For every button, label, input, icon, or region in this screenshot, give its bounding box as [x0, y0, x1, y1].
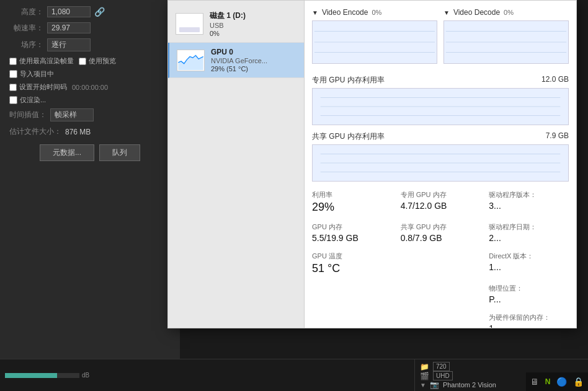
render-only-checkbox[interactable] — [9, 96, 17, 104]
popup-sidebar: 磁盘 1 (D:) USB 0% GPU 0 NVIDIA GeForce...… — [168, 1, 305, 328]
checkbox-preview-label: 使用预览 — [89, 56, 116, 66]
stat-physical-loc: 物理位置： P... — [489, 284, 569, 304]
checkbox-timecode[interactable]: 设置开始时间码 00:00:00:00 — [9, 82, 108, 92]
fps-value: 29.97 — [47, 22, 91, 33]
stat-gpu-temp: GPU 温度 51 °C — [312, 252, 392, 275]
stat-directx: DirectX 版本： 1... — [489, 252, 569, 275]
audio-fill — [5, 373, 57, 378]
stat-ddate-label: 驱动程序日期： — [489, 222, 569, 232]
stat-ddate-value: 2... — [489, 233, 569, 243]
disk-usage: 0% — [210, 30, 246, 37]
sidebar-item-disk[interactable]: 磁盘 1 (D:) USB 0% — [168, 6, 304, 43]
video-encode-label: Video Encode — [322, 8, 368, 17]
shared-mem-section: 共享 GPU 内存利用率 7.9 GB — [312, 131, 569, 182]
stat-empty3 — [401, 284, 481, 304]
stat-empty4 — [312, 313, 392, 328]
disk-sub: USB — [210, 22, 246, 29]
stat-shared-mem: 共享 GPU 内存 0.8/7.9 GB — [401, 222, 481, 243]
import-row[interactable]: 导入项目中 — [9, 69, 171, 79]
checkbox-max-render[interactable]: 使用最高渲染帧量 — [9, 56, 74, 66]
video-decode-label: Video Decode — [453, 8, 500, 17]
stat-temp-label: GPU 温度 — [312, 252, 392, 261]
stat-dx-value: 1... — [489, 262, 569, 272]
dedicated-mem-label: 专用 GPU 内存利用率 — [312, 75, 385, 86]
shared-mem-label: 共享 GPU 内存利用率 — [312, 131, 385, 142]
import-checkbox[interactable] — [9, 70, 17, 78]
gpu-name: GPU 0 — [211, 48, 267, 56]
disk-info: 磁盘 1 (D:) USB 0% — [210, 11, 246, 37]
checkbox-preview-input[interactable] — [79, 58, 86, 65]
stat-gmem-label: GPU 内存 — [312, 222, 392, 232]
time-label: 时间插值： — [9, 110, 47, 120]
scene-value: 逐行 — [47, 38, 91, 51]
checkbox-preview[interactable]: 使用预览 — [79, 56, 116, 66]
dedicated-mem-graph — [312, 88, 569, 125]
render-only-label: 仅渲染... — [20, 95, 46, 105]
stat-utilization: 利用率 29% — [312, 190, 392, 214]
checkbox-max-render-label: 使用最高渲染帧量 — [19, 56, 74, 66]
resolution-row: 📁 720 — [420, 362, 583, 371]
media-folder-icon: 📷 — [430, 380, 439, 389]
stats-grid: 利用率 29% 专用 GPU 内存 4.7/12.0 GB 驱动程序版本： 3.… — [312, 190, 569, 328]
fps-row: 帧速率： 29.97 — [9, 22, 171, 33]
scene-label: 场序： — [9, 40, 43, 50]
video-decode-graph — [443, 20, 569, 64]
video-decode-title: ▼ Video Decode 0% — [443, 8, 569, 17]
dedicated-mem-size: 12.0 GB — [541, 75, 569, 86]
checkbox-timecode-label: 设置开始时间码 — [19, 82, 67, 92]
time-interp-row: 时间插值： 帧采样 — [9, 108, 171, 121]
video-encode-section: ▼ Video Encode 0% — [312, 8, 437, 70]
taskbar-monitor-icon: 🖥 — [530, 377, 539, 387]
stat-util-value: 29% — [312, 201, 392, 214]
filesize-value: 876 MB — [65, 128, 91, 136]
video-encode-graph — [312, 20, 437, 64]
stat-ploc-label: 物理位置： — [489, 284, 569, 293]
stat-hwres-label: 为硬件保留的内存： — [489, 313, 569, 322]
link-icon: 🔗 — [94, 7, 105, 17]
film-icon: 🎬 — [420, 372, 429, 380]
resolution-uhd: UHD — [433, 371, 453, 380]
bottom-bar: dB 📁 720 🎬 UHD ▼ 📷 Phantom 2 Vision — [0, 359, 588, 391]
video-encode-percent: 0% — [372, 9, 381, 16]
taskbar-icons: 🖥 N 🔵 🔒 — [526, 372, 588, 391]
audio-track — [5, 373, 79, 378]
stat-driver-ver: 驱动程序版本： 3... — [489, 190, 569, 214]
taskbar-bluetooth-icon: 🔵 — [556, 377, 567, 387]
stat-hw-reserved: 为硬件保留的内存： 1... — [489, 313, 569, 328]
stat-empty5 — [401, 313, 481, 328]
height-row: 高度： 1,080 🔗 — [9, 6, 171, 17]
gpu-usage: 29% (51 °C) — [211, 65, 267, 72]
filesize-label: 估计文件大小： — [9, 126, 61, 137]
meta-button[interactable]: 元数据... — [40, 144, 94, 161]
shared-mem-header: 共享 GPU 内存利用率 7.9 GB — [312, 131, 569, 142]
audio-bar: dB — [5, 372, 89, 379]
dedicated-mem-section: 专用 GPU 内存利用率 12.0 GB — [312, 75, 569, 125]
stat-ded-value: 4.7/12.0 GB — [401, 201, 481, 211]
video-decode-section: ▼ Video Decode 0% — [443, 8, 569, 70]
stat-gmem-value: 5.5/19.9 GB — [312, 233, 392, 243]
sidebar-item-gpu[interactable]: GPU 0 NVIDIA GeForce... 29% (51 °C) — [168, 43, 304, 78]
taskbar-nvidia-icon: N — [545, 377, 551, 386]
stat-smem-label: 共享 GPU 内存 — [401, 222, 481, 232]
time-value: 帧采样 — [50, 108, 94, 121]
render-only-row[interactable]: 仅渲染... — [9, 95, 171, 105]
left-panel: 高度： 1,080 🔗 帧速率： 29.97 场序： 逐行 使用最高渲染帧量 使… — [0, 0, 180, 359]
disk-name: 磁盘 1 (D:) — [210, 11, 246, 21]
camera-icon: 📁 — [420, 362, 429, 371]
taskbar-security-icon: 🔒 — [573, 377, 584, 387]
checkbox-max-render-input[interactable] — [9, 58, 17, 65]
popup-content: ▼ Video Encode 0% ▼ Video Decode 0% — [305, 1, 576, 328]
stat-hwres-value: 1... — [489, 323, 569, 328]
video-decode-percent: 0% — [504, 9, 514, 16]
checkbox-timecode-input[interactable] — [9, 84, 17, 91]
video-decode-chevron: ▼ — [443, 9, 450, 16]
height-value: 1,080 — [47, 6, 91, 17]
db-label: dB — [82, 372, 89, 379]
stat-ded-label: 专用 GPU 内存 — [401, 190, 481, 200]
disk-thumb — [176, 13, 203, 35]
stat-empty — [401, 252, 481, 275]
stat-gpu-mem: GPU 内存 5.5/19.9 GB — [312, 222, 392, 243]
gpu-info: GPU 0 NVIDIA GeForce... 29% (51 °C) — [211, 48, 267, 72]
queue-button[interactable]: 队列 — [99, 144, 140, 161]
import-label: 导入项目中 — [20, 69, 54, 79]
